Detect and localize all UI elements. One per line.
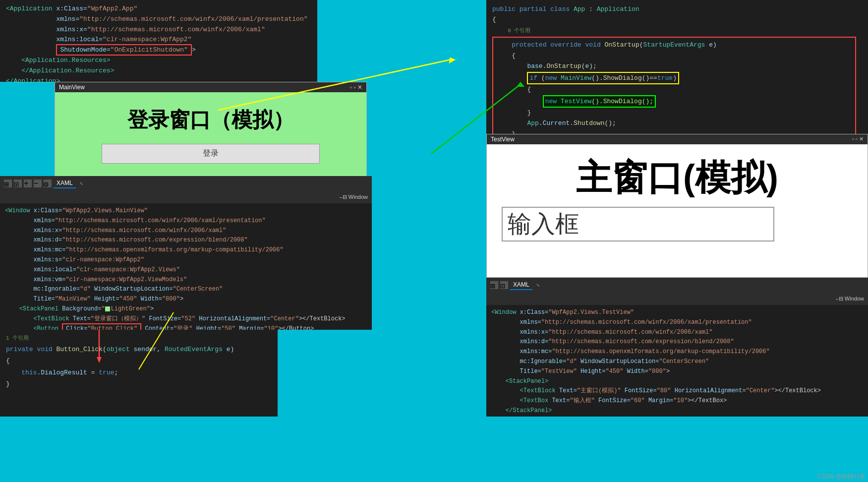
testview-title-label: TestView [491, 136, 515, 143]
testview-xaml-content: <Window x:Class="WpfApp2.Views.TestView"… [486, 305, 868, 417]
svg-marker-1 [447, 56, 456, 64]
xaml-tab-right[interactable]: XAML [510, 280, 532, 290]
mainview-title-label: MainView [59, 84, 85, 91]
settings-icon: ⚙ [44, 180, 52, 187]
zoom-in-icon: + [24, 180, 32, 187]
testview-input-text: 输入框 [508, 208, 579, 240]
app-cs-panel: public partial class App : Application {… [486, 0, 868, 134]
mainview-login-button[interactable]: 登录 [102, 144, 320, 164]
testview-designer: TestView ▫ ▫ ✕ 主窗口(模拟) 输入框 [486, 134, 868, 278]
grid-icon-right: ⊞ [490, 281, 498, 289]
protected-keyword: protected [512, 41, 546, 49]
testview-heading: 主窗口(模拟) [502, 154, 853, 202]
fit-icon-right: ⊡ [500, 281, 508, 289]
fit-icon: ⊡ [14, 180, 22, 187]
window-selector-right[interactable]: − ⊟ Window [486, 293, 868, 305]
window-selector-value: ⊟ Window [343, 194, 368, 200]
application-label: Application [597, 5, 639, 13]
testview-input-box: 输入框 [502, 207, 774, 241]
testview-xaml-toolbar: ⊞ ⊡ XAML ✎ [486, 278, 868, 293]
ref-count-label: 1 个引用 [6, 334, 272, 344]
mainview-xaml-content: <Window x:Class="WpfApp2.Views.MainView"… [0, 203, 372, 330]
xaml-toolbar: ⊞ ⊡ + − ⚙ XAML ✎ [0, 176, 372, 191]
app-xaml-panel: <Application x:Class="WpfApp2.App" xmlns… [0, 0, 317, 82]
mainview-xaml-editor: ⊞ ⊡ + − ⚙ XAML ✎ − ⊟ Window <Window x:Cl… [0, 176, 372, 330]
mainview-designer: MainView ▫ ▫ ✕ 登录窗口（模拟） 登录 [55, 82, 367, 179]
edit-icon: ✎ [80, 181, 83, 187]
testview-xaml-editor: ⊞ ⊡ XAML ✎ − ⊟ Window <Window x:Class="W… [486, 278, 868, 417]
edit-icon-right: ✎ [536, 282, 540, 289]
mainview-title-bar: MainView ▫ ▫ ✕ [55, 82, 366, 92]
window-selector-value-right: ⊟ Window [839, 296, 864, 302]
grid-icon: ⊞ [4, 180, 12, 187]
csdn-watermark: CSDN @鲤鲤钓鱼 [817, 473, 866, 481]
xaml-tab[interactable]: XAML [54, 179, 76, 188]
mainview-content: 登录窗口（模拟） 登录 [55, 92, 366, 177]
testview-window-controls: ▫ ▫ ✕ [852, 136, 864, 143]
app-tag: Application [10, 5, 53, 12]
window-selector[interactable]: − ⊟ Window [0, 191, 372, 203]
zoom-out-icon: − [34, 180, 42, 187]
button-click-panel: 1 个引用 private void Button_Click(object s… [0, 330, 278, 417]
mainview-heading: 登录窗口（模拟） [127, 106, 294, 134]
testview-content: 主窗口(模拟) 输入框 [487, 144, 868, 276]
testview-title-bar: TestView ▫ ▫ ✕ [487, 134, 868, 144]
